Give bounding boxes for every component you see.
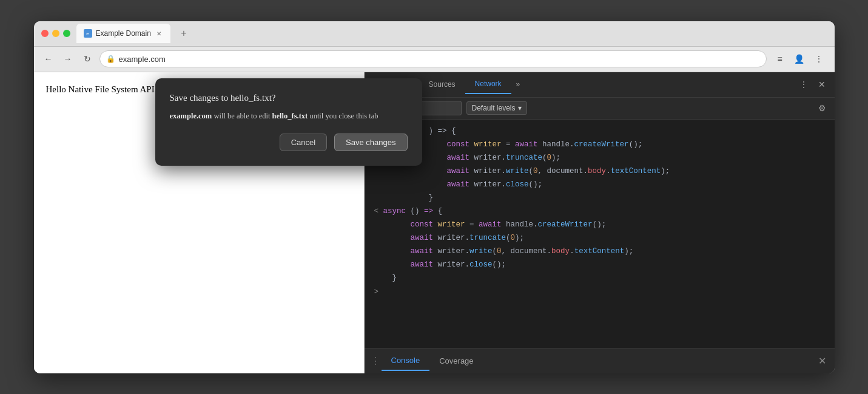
code-text: async bbox=[383, 205, 406, 217]
bottom-close-button[interactable]: ✕ bbox=[815, 353, 830, 368]
more-menu-button[interactable]: ⋮ bbox=[810, 50, 827, 67]
code-text: . bbox=[606, 165, 611, 177]
code-line: await writer.write(0, document.body.text… bbox=[365, 245, 835, 258]
devtools-more-tabs[interactable]: » bbox=[511, 78, 525, 91]
code-line: await writer.truncate(0); bbox=[365, 151, 835, 165]
title-bar: e Example Domain ✕ + bbox=[34, 21, 835, 47]
code-text: createWriter bbox=[538, 219, 593, 231]
drag-handle-icon: ⋮ bbox=[369, 355, 382, 367]
code-text: write bbox=[506, 165, 529, 177]
devtools-bottom-bar: ⋮ Console Coverage ✕ bbox=[365, 348, 835, 373]
code-text: await bbox=[479, 219, 502, 231]
code-text: ); bbox=[624, 245, 633, 257]
devtools-header-right: ⋮ ✕ bbox=[796, 76, 830, 92]
code-area: ) => { const writer = await handle.creat… bbox=[365, 120, 835, 348]
code-text: truncate bbox=[506, 152, 542, 164]
gear-icon-button[interactable]: ⚙ bbox=[815, 101, 830, 115]
code-text: ( bbox=[542, 152, 547, 164]
code-line: } bbox=[365, 191, 835, 205]
code-line: const writer = await handle.createWriter… bbox=[365, 218, 835, 231]
code-text: await bbox=[374, 178, 470, 191]
code-text: (); bbox=[593, 219, 607, 231]
browser-window: e Example Domain ✕ + ← → ↻ 🔒 example.com… bbox=[34, 21, 835, 373]
tab-console[interactable]: Console bbox=[382, 351, 430, 371]
code-text: = bbox=[502, 138, 516, 151]
code-text: handle. bbox=[502, 219, 538, 231]
tab-close-button[interactable]: ✕ bbox=[155, 29, 163, 38]
back-button[interactable]: ← bbox=[41, 52, 56, 66]
code-line: const writer = await handle.createWriter… bbox=[365, 138, 835, 151]
code-text bbox=[469, 138, 474, 151]
code-text: await bbox=[515, 138, 538, 151]
nav-right-icons: ≡ 👤 ⋮ bbox=[772, 50, 827, 67]
maximize-traffic-light[interactable] bbox=[63, 30, 70, 37]
code-text: (); bbox=[529, 178, 543, 191]
code-text: await bbox=[374, 245, 434, 257]
code-text bbox=[378, 205, 383, 217]
code-text: await bbox=[374, 259, 434, 271]
code-line: < async () => { bbox=[365, 205, 835, 218]
code-line: await writer.close(); bbox=[365, 178, 835, 191]
devtools-settings-button[interactable]: ⋮ bbox=[796, 76, 812, 92]
dialog-title: Save changes to hello_fs.txt? bbox=[170, 93, 408, 103]
browser-tab[interactable]: e Example Domain ✕ bbox=[76, 24, 170, 43]
code-line: ) => { bbox=[365, 124, 835, 138]
code-text: writer. bbox=[433, 232, 469, 244]
code-text: ( bbox=[506, 232, 511, 244]
code-text: () bbox=[406, 205, 424, 217]
code-text: writer. bbox=[469, 152, 506, 164]
forward-button[interactable]: → bbox=[61, 52, 75, 66]
code-line: } bbox=[365, 271, 835, 285]
code-text: textContent bbox=[574, 245, 625, 257]
code-text: body bbox=[588, 165, 606, 177]
url-text: example.com bbox=[119, 55, 166, 64]
devtools-panel: Elements Sources Network » ⋮ ✕ 👁 Default… bbox=[365, 72, 835, 373]
code-text: 0 bbox=[533, 165, 538, 177]
default-levels-button[interactable]: Default levels ▾ bbox=[466, 101, 527, 115]
code-text: writer. bbox=[469, 178, 506, 191]
code-text: writer bbox=[438, 219, 465, 231]
close-traffic-light[interactable] bbox=[41, 30, 49, 37]
tab-sources[interactable]: Sources bbox=[419, 75, 465, 93]
console-toolbar: 👁 Default levels ▾ ⚙ bbox=[365, 98, 835, 120]
code-text: ( bbox=[493, 245, 497, 257]
devtools-close-button[interactable]: ✕ bbox=[814, 76, 830, 92]
address-bar[interactable]: 🔒 example.com bbox=[99, 50, 767, 67]
profile-icon-button[interactable]: 👤 bbox=[791, 50, 808, 67]
code-line: await writer.close(); bbox=[365, 258, 835, 271]
list-icon-button[interactable]: ≡ bbox=[772, 50, 789, 67]
save-changes-button[interactable]: Save changes bbox=[334, 134, 407, 151]
dialog-buttons: Cancel Save changes bbox=[170, 134, 408, 151]
dialog-overlay: Save changes to hello_fs.txt? example.co… bbox=[34, 72, 364, 373]
nav-bar: ← → ↻ 🔒 example.com ≡ 👤 ⋮ bbox=[34, 47, 835, 72]
traffic-lights bbox=[41, 30, 70, 37]
dialog-body-middle: will be able to edit bbox=[212, 112, 272, 120]
code-text: writer. bbox=[469, 165, 506, 177]
code-text: , document. bbox=[538, 165, 588, 177]
code-text: ); bbox=[661, 165, 670, 177]
arrow-indicator: < bbox=[374, 205, 379, 217]
code-text: ); bbox=[515, 232, 524, 244]
code-text: truncate bbox=[469, 232, 506, 244]
code-text: ( bbox=[529, 165, 534, 177]
code-text: await bbox=[374, 232, 434, 244]
minimize-traffic-light[interactable] bbox=[52, 30, 59, 37]
dialog-domain: example.com bbox=[170, 112, 212, 120]
new-tab-button[interactable]: + bbox=[177, 26, 191, 41]
code-line: await writer.write(0, document.body.text… bbox=[365, 165, 835, 178]
reload-button[interactable]: ↻ bbox=[80, 52, 95, 66]
devtools-tabs: Elements Sources Network » bbox=[369, 75, 796, 94]
code-line: await writer.truncate(0); bbox=[365, 231, 835, 245]
code-text: } bbox=[374, 272, 397, 284]
code-text: ); bbox=[551, 152, 560, 164]
webpage-content: Hello Native File System API. You're ama… bbox=[34, 72, 365, 373]
lock-icon: 🔒 bbox=[106, 55, 115, 63]
tab-network[interactable]: Network bbox=[465, 75, 511, 94]
code-text: close bbox=[506, 178, 529, 191]
code-text: createWriter bbox=[574, 138, 629, 151]
code-text: close bbox=[469, 259, 493, 271]
default-levels-label: Default levels bbox=[472, 104, 516, 112]
tab-coverage[interactable]: Coverage bbox=[429, 352, 483, 370]
cancel-button[interactable]: Cancel bbox=[280, 134, 327, 151]
code-text: (); bbox=[629, 138, 643, 151]
